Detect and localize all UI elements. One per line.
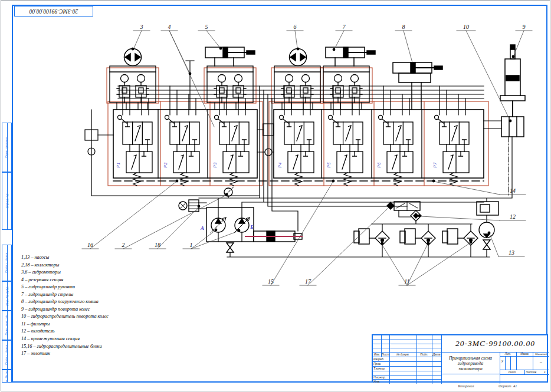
legend-line: 2,18 – коллекторы (21, 262, 169, 269)
listov-value: 1 (544, 370, 549, 374)
cylinder-15 (245, 231, 302, 242)
overload-valve-blocks (110, 66, 369, 103)
pump-a-label: А (200, 225, 204, 231)
section-label-p1: Р1 (116, 162, 120, 168)
component-legend: 1,13 – насосы 2,18 – коллекторы 3,6 – ги… (21, 254, 169, 358)
legend-line: 17 – золотник (21, 350, 169, 358)
bucket-cylinder-8 (393, 62, 442, 73)
doc-number: 20-ЗМС-99100.00.00 (441, 337, 549, 351)
callout-numbers: 3 4 5 6 7 8 9 10 16 2 18 1 15 17 11 14 1… (87, 24, 526, 285)
legend-line: 11 – фильтры (21, 321, 169, 328)
col-data: Дата (432, 353, 441, 356)
legend-line: 4 – резервная секция (21, 276, 169, 284)
row-nkontr: Н.контр. (373, 375, 389, 379)
intermediate-section-14 (477, 202, 498, 215)
pump-b (234, 218, 250, 233)
legend-line: 12 – охладитель (21, 328, 169, 335)
col-dokum: № докум. (389, 353, 416, 356)
pump-a (211, 218, 226, 233)
pump-b-label: Б (250, 224, 254, 230)
distributor-band (113, 110, 484, 186)
masshtab-value: – (533, 360, 549, 364)
section-labels: Р1 Р2 Р3 Р4 Р5 Р6 Р7 А Б (116, 162, 437, 231)
callout-7: 7 (343, 24, 346, 30)
section-label-p6: Р6 (377, 162, 381, 168)
callout-12: 12 (510, 213, 516, 220)
callout-16: 16 (87, 242, 93, 248)
drawing-sheet: { "side_stamp": { "items": ["Перв. приме… (0, 0, 551, 392)
kopiroval-label: Копировал (431, 384, 501, 388)
callout-5: 5 (205, 24, 208, 30)
section-label-p3: Р3 (213, 162, 217, 168)
massa-label: Масса (516, 353, 533, 355)
col-list: Лист (381, 353, 389, 356)
callout-11: 11 (404, 278, 409, 285)
callout-leaders (82, 31, 532, 285)
legend-line: 15,16 – гидрораспределительные блоки (21, 343, 169, 351)
title-block: Изм. Лист № докум. Подп. Дата Разраб. Пр… (372, 334, 548, 383)
section-label-p5: Р5 (327, 162, 331, 168)
callout-2: 2 (122, 242, 125, 248)
return-line-assembly (354, 202, 498, 249)
pump-13 (479, 222, 494, 249)
legend-line: 8 – гидроцилиндр погрузочного ковша (21, 298, 169, 306)
callout-13: 13 (509, 249, 514, 256)
legend-line: 14 – промежуточная секция (21, 335, 169, 343)
pump-unit (179, 187, 302, 252)
legend-line: 3,6 – гидромоторы (21, 269, 169, 276)
callout-15: 15 (268, 278, 274, 285)
top-actuators (124, 45, 526, 137)
row-utv: Утв. (373, 380, 389, 383)
callout-10: 10 (463, 24, 469, 30)
hydraulic-motor-3 (124, 49, 142, 66)
masshtab-label: Масштаб (533, 353, 549, 355)
section-label-p2: Р2 (163, 162, 168, 168)
legend-line: 5 – гидроцилиндр рукояти (21, 284, 169, 291)
callout-8: 8 (402, 24, 405, 30)
steering-distributor-10 (501, 117, 524, 137)
col-izm: Изм. (373, 353, 381, 356)
legend-line: 1,13 – насосы (21, 254, 169, 262)
filter-11-group (354, 229, 478, 245)
legend-line: 7 – гидроцилиндр стрелы (21, 291, 169, 299)
format-label: Формат А1 (498, 384, 517, 388)
row-prov: Пров. (373, 362, 389, 365)
row-razrab: Разраб. (373, 357, 389, 361)
list-label: Лист (500, 370, 524, 374)
lit-value: у (500, 359, 505, 363)
hydraulic-motor-6 (290, 49, 307, 66)
check-valve (227, 243, 234, 252)
legend-line: 10 – гидрораспределитель поворота колес (21, 313, 169, 321)
callout-14: 14 (510, 187, 516, 194)
section-label-p4: Р4 (278, 162, 282, 168)
callout-3: 3 (140, 24, 143, 30)
col-podp: Подп. (416, 353, 432, 356)
callout-6: 6 (294, 24, 297, 30)
callout-1: 1 (190, 242, 193, 248)
plumbing (85, 86, 513, 257)
lit-label: Лит. (500, 353, 516, 355)
callout-9: 9 (523, 24, 526, 30)
row-tkontr: Т.контр. (373, 367, 389, 370)
legend-line: 9 – гидроцилиндр поворота колес (21, 306, 169, 314)
callout-4: 4 (168, 24, 171, 30)
drawing-title: Принципиальная схема гидропривода экскав… (441, 354, 500, 373)
arm-cylinder-5 (205, 47, 255, 58)
callout-17: 17 (305, 278, 311, 285)
section-label-p7: Р7 (433, 162, 437, 168)
callout-18: 18 (155, 242, 160, 248)
listov-label: Листов (526, 370, 541, 374)
